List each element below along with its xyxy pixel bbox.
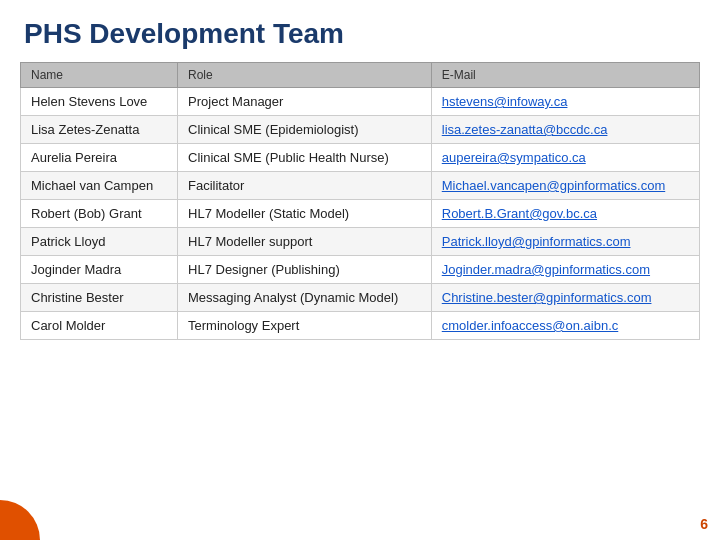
team-table-container: Name Role E-Mail Helen Stevens LoveProje… bbox=[0, 62, 720, 340]
cell-email: lisa.zetes-zanatta@bccdc.ca bbox=[431, 116, 699, 144]
cell-role: Project Manager bbox=[178, 88, 432, 116]
cell-email: Patrick.lloyd@gpinformatics.com bbox=[431, 228, 699, 256]
cell-name: Helen Stevens Love bbox=[21, 88, 178, 116]
email-link[interactable]: lisa.zetes-zanatta@bccdc.ca bbox=[442, 122, 608, 137]
cell-email: Michael.vancapen@gpinformatics.com bbox=[431, 172, 699, 200]
cell-role: Messaging Analyst (Dynamic Model) bbox=[178, 284, 432, 312]
cell-name: Aurelia Pereira bbox=[21, 144, 178, 172]
cell-email: aupereira@sympatico.ca bbox=[431, 144, 699, 172]
cell-email: cmolder.infoaccess@on.aibn.c bbox=[431, 312, 699, 340]
cell-role: HL7 Modeller (Static Model) bbox=[178, 200, 432, 228]
col-email: E-Mail bbox=[431, 63, 699, 88]
email-link[interactable]: Michael.vancapen@gpinformatics.com bbox=[442, 178, 665, 193]
cell-name: Robert (Bob) Grant bbox=[21, 200, 178, 228]
cell-role: HL7 Designer (Publishing) bbox=[178, 256, 432, 284]
table-row: Joginder MadraHL7 Designer (Publishing)J… bbox=[21, 256, 700, 284]
cell-role: Facilitator bbox=[178, 172, 432, 200]
email-link[interactable]: Joginder.madra@gpinformatics.com bbox=[442, 262, 650, 277]
email-link[interactable]: Robert.B.Grant@gov.bc.ca bbox=[442, 206, 597, 221]
cell-role: Clinical SME (Public Health Nurse) bbox=[178, 144, 432, 172]
cell-name: Michael van Campen bbox=[21, 172, 178, 200]
table-row: Robert (Bob) GrantHL7 Modeller (Static M… bbox=[21, 200, 700, 228]
orange-bar-decoration bbox=[0, 500, 40, 540]
email-link[interactable]: Christine.bester@gpinformatics.com bbox=[442, 290, 652, 305]
col-name: Name bbox=[21, 63, 178, 88]
email-link[interactable]: Patrick.lloyd@gpinformatics.com bbox=[442, 234, 631, 249]
table-row: Aurelia PereiraClinical SME (Public Heal… bbox=[21, 144, 700, 172]
cell-name: Carol Molder bbox=[21, 312, 178, 340]
cell-role: HL7 Modeller support bbox=[178, 228, 432, 256]
cell-email: Joginder.madra@gpinformatics.com bbox=[431, 256, 699, 284]
email-link[interactable]: aupereira@sympatico.ca bbox=[442, 150, 586, 165]
email-link[interactable]: cmolder.infoaccess@on.aibn.c bbox=[442, 318, 619, 333]
table-body: Helen Stevens LoveProject Managerhsteven… bbox=[21, 88, 700, 340]
team-table: Name Role E-Mail Helen Stevens LoveProje… bbox=[20, 62, 700, 340]
cell-name: Lisa Zetes-Zenatta bbox=[21, 116, 178, 144]
cell-role: Terminology Expert bbox=[178, 312, 432, 340]
table-row: Helen Stevens LoveProject Managerhsteven… bbox=[21, 88, 700, 116]
cell-email: Robert.B.Grant@gov.bc.ca bbox=[431, 200, 699, 228]
cell-email: hstevens@infoway.ca bbox=[431, 88, 699, 116]
cell-name: Christine Bester bbox=[21, 284, 178, 312]
table-row: Christine BesterMessaging Analyst (Dynam… bbox=[21, 284, 700, 312]
page-title: PHS Development Team bbox=[0, 0, 720, 62]
col-role: Role bbox=[178, 63, 432, 88]
cell-role: Clinical SME (Epidemiologist) bbox=[178, 116, 432, 144]
page-number: 6 bbox=[700, 516, 708, 532]
email-link[interactable]: hstevens@infoway.ca bbox=[442, 94, 568, 109]
table-row: Carol MolderTerminology Expertcmolder.in… bbox=[21, 312, 700, 340]
cell-name: Patrick Lloyd bbox=[21, 228, 178, 256]
table-row: Lisa Zetes-ZenattaClinical SME (Epidemio… bbox=[21, 116, 700, 144]
cell-name: Joginder Madra bbox=[21, 256, 178, 284]
table-row: Michael van CampenFacilitatorMichael.van… bbox=[21, 172, 700, 200]
table-header: Name Role E-Mail bbox=[21, 63, 700, 88]
cell-email: Christine.bester@gpinformatics.com bbox=[431, 284, 699, 312]
table-row: Patrick LloydHL7 Modeller supportPatrick… bbox=[21, 228, 700, 256]
